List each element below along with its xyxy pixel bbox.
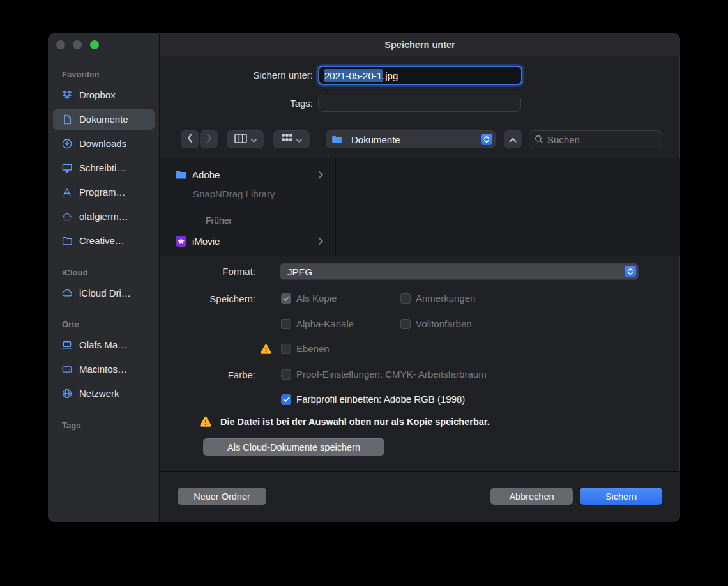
sidebar-item-label: Downloads	[79, 138, 126, 149]
sidebar-item-label: Creative…	[79, 235, 125, 246]
sidebar-item-creative[interactable]: Creative…	[53, 231, 155, 251]
sidebar-item-label: Macintos…	[79, 364, 127, 374]
sidebar-item-label: iCloud Dri…	[79, 288, 131, 298]
save-button[interactable]: Sichern	[580, 488, 662, 505]
checkbox-box	[281, 369, 291, 380]
format-value: JPEG	[287, 266, 625, 277]
browser-row-snapndrag-library[interactable]: SnapNDrag Library	[193, 184, 275, 203]
sidebar-item-macintos[interactable]: Macintos…	[53, 359, 155, 380]
browser-row-adobe[interactable]: Adobe	[175, 165, 328, 184]
checkbox-box	[281, 344, 291, 354]
globe-icon	[61, 387, 73, 400]
view-mode-button[interactable]	[227, 130, 264, 148]
applications-icon	[61, 186, 73, 199]
checkbox-box	[281, 394, 291, 405]
filename-input[interactable]: 2021-05-20-1.jpg	[318, 66, 522, 85]
checkbox-alpha-kanaele[interactable]: Alpha-Kanäle	[281, 318, 354, 330]
sidebar-item-label: Program…	[79, 187, 126, 197]
sidebar-item-label: Dokumente	[79, 114, 128, 125]
imovie-icon	[175, 235, 187, 247]
cancel-button[interactable]: Abbrechen	[490, 488, 573, 505]
sidebar-item-label: olafgierm…	[79, 211, 128, 222]
save-options-label: Speichern:	[160, 293, 255, 305]
location-value: Dokumente	[351, 134, 477, 145]
checkbox-box	[281, 293, 291, 304]
chevron-down-icon	[251, 134, 257, 145]
tags-label: Tags:	[160, 98, 313, 109]
laptop-icon	[61, 339, 73, 351]
downloads-icon	[61, 137, 73, 150]
browser-row-imovie[interactable]: iMovie	[175, 231, 328, 251]
sidebar-item-downloads[interactable]: Downloads	[53, 134, 155, 154]
sidebar-item-schreibti[interactable]: Schreibti…	[53, 158, 155, 178]
minimize-button[interactable]	[73, 40, 82, 49]
dropbox-icon	[61, 89, 73, 102]
sidebar-item-icloud-dri[interactable]: iCloud Dri…	[53, 282, 155, 303]
save-cloud-documents-button[interactable]: Als Cloud-Dokumente speichern	[203, 438, 384, 456]
up-button[interactable]	[504, 130, 522, 148]
sidebar-item-olafgierm[interactable]: olafgierm…	[53, 206, 155, 227]
search-icon	[535, 135, 543, 144]
format-label: Format:	[160, 266, 255, 277]
sidebar-item-dropbox[interactable]: Dropbox	[53, 85, 155, 105]
checkbox-farbprofil[interactable]: Farbprofil einbetten: Adobe RGB (1998)	[281, 394, 465, 405]
chevron-right-icon	[319, 171, 328, 178]
desktop-icon	[61, 162, 73, 174]
checkbox-box	[281, 319, 291, 329]
dialog-main: Speichern unter Sichern unter: 2021-05-2…	[160, 33, 680, 522]
forward-button[interactable]	[200, 130, 218, 148]
window-title: Speichern unter	[384, 40, 455, 50]
footer-bar: Neuer Ordner Abbrechen Sichern	[160, 471, 680, 522]
filename-extension: .jpg	[383, 70, 398, 81]
save-as-label: Sichern unter:	[160, 70, 313, 81]
checkbox-anmerkungen[interactable]: Anmerkungen	[400, 293, 475, 304]
folder-fill-icon	[175, 169, 187, 180]
cloud-icon	[61, 286, 73, 299]
search-field[interactable]: Suchen	[529, 130, 662, 148]
browser-group-header: Früher	[206, 211, 232, 230]
checkbox-als-kopie[interactable]: Als Kopie	[281, 293, 337, 304]
group-button[interactable]	[273, 130, 310, 148]
sidebar-item-netzwerk[interactable]: Netzwerk	[53, 383, 155, 404]
sidebar-item-program[interactable]: Program…	[53, 182, 155, 203]
location-popup[interactable]: Dokumente	[326, 130, 496, 148]
sidebar-section-icloud: iCloud	[62, 267, 87, 279]
filename-selected-text: 2021-05-20-1	[324, 69, 383, 82]
folder-icon	[61, 235, 73, 247]
group-icon	[282, 134, 292, 145]
sidebar-item-dokumente[interactable]: Dokumente	[53, 109, 155, 130]
disk-icon	[61, 363, 73, 376]
sidebar: FavoritenDropboxDokumenteDownloadsSchrei…	[48, 33, 160, 522]
tags-input[interactable]	[318, 95, 521, 112]
forward-icon	[206, 134, 212, 145]
new-folder-button[interactable]: Neuer Ordner	[178, 488, 266, 505]
chevron-right-icon	[319, 238, 328, 245]
chevron-down-icon	[296, 134, 302, 145]
checkbox-box	[400, 293, 411, 304]
zoom-button[interactable]	[90, 40, 99, 49]
back-button[interactable]	[181, 130, 199, 148]
close-button[interactable]	[56, 40, 65, 49]
column-divider	[335, 158, 336, 256]
save-dialog-window: FavoritenDropboxDokumenteDownloadsSchrei…	[48, 33, 680, 522]
sidebar-item-label: Dropbox	[79, 89, 116, 100]
search-placeholder: Suchen	[547, 134, 580, 145]
checkbox-proof[interactable]: Proof-Einstellungen: CMYK- Arbeitsfarbra…	[281, 369, 487, 380]
checkbox-ebenen[interactable]: Ebenen	[281, 343, 330, 355]
popup-stepper-icon	[481, 134, 492, 145]
home-icon	[61, 210, 73, 223]
format-popup[interactable]: JPEG	[280, 263, 639, 280]
titlebar: Speichern unter	[160, 33, 680, 56]
column-view-icon	[234, 134, 247, 146]
sidebar-section-favoriten: Favoriten	[62, 69, 100, 81]
sidebar-item-olafs-ma[interactable]: Olafs Ma…	[53, 335, 155, 355]
up-icon	[509, 134, 517, 145]
back-icon	[187, 134, 193, 145]
warning-icon	[199, 416, 212, 428]
sidebar-section-orte: Orte	[62, 319, 79, 330]
checkbox-volltonfarben[interactable]: Volltonfarben	[400, 318, 472, 330]
color-options-label: Farbe:	[160, 369, 255, 381]
checkbox-box	[400, 319, 411, 329]
divider	[160, 256, 680, 256]
sidebar-section-tags: Tags	[62, 420, 80, 431]
